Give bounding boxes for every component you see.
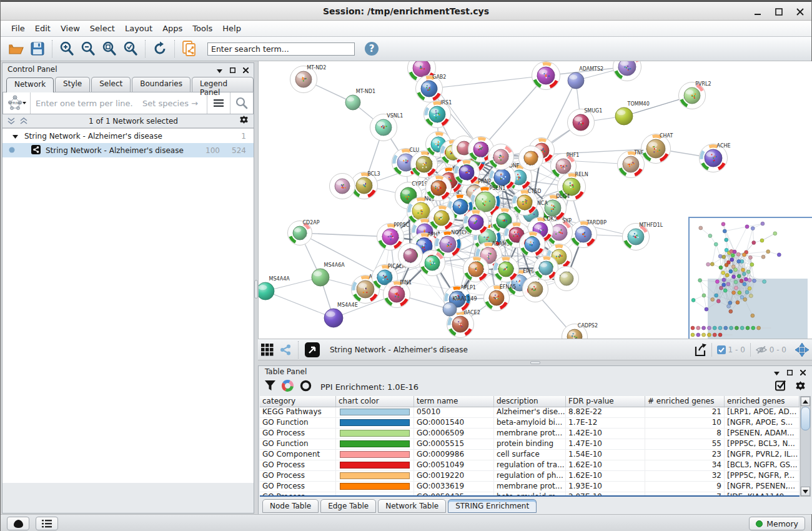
string-import-button[interactable] <box>179 39 200 59</box>
panel-float-icon[interactable] <box>230 64 235 76</box>
column-header--enriched-genes[interactable]: # enriched genes <box>645 396 725 407</box>
save-session-button[interactable] <box>27 39 48 59</box>
string-protein-query-selector[interactable]: STRING <box>3 92 31 114</box>
close-icon[interactable] <box>796 7 804 16</box>
zoom-out-button[interactable] <box>77 39 99 59</box>
panel-splitter-horizontal[interactable] <box>258 360 812 365</box>
table-row[interactable]: GO ProcessGO:0019220regulation of ph...1… <box>260 471 800 482</box>
tab-legend-panel[interactable]: Legend Panel <box>192 77 254 92</box>
column-header-category[interactable]: category <box>260 396 336 407</box>
network-node-bin1[interactable]: BIN1 <box>384 280 412 308</box>
network-collection-row[interactable]: String Network - Alzheimer's disease 1 <box>2 129 254 143</box>
network-node[interactable] <box>613 61 641 81</box>
menu-select[interactable]: Select <box>86 22 119 35</box>
tab-edge-table[interactable]: Edge Table <box>320 499 376 513</box>
network-node-gab2[interactable]: GAB2 <box>416 74 447 102</box>
column-header-description[interactable]: description <box>494 396 566 407</box>
draw-charts-button[interactable] <box>282 380 294 394</box>
menu-apps[interactable]: Apps <box>158 22 187 35</box>
task-history-button[interactable] <box>36 517 58 530</box>
network-node[interactable] <box>493 257 519 282</box>
network-node-cd2ap[interactable]: CD2AP <box>288 220 320 246</box>
panel-float-icon[interactable] <box>787 366 793 378</box>
network-node-cadps2[interactable]: CADPS2 <box>562 323 598 339</box>
menu-layout[interactable]: Layout <box>121 22 157 35</box>
network-node-ache[interactable]: ACHE <box>700 143 731 172</box>
help-button[interactable]: ? <box>361 39 382 59</box>
network-node[interactable] <box>555 267 579 291</box>
search-input[interactable] <box>207 42 355 56</box>
table-row[interactable]: GO ProcessGO:0051049regulation of tra...… <box>260 460 800 471</box>
network-node-tomm40[interactable]: TOMM40 <box>615 101 650 125</box>
table-scrollbar[interactable] <box>800 396 811 497</box>
network-node-vsnl1[interactable]: VSNL1 <box>370 113 404 141</box>
export-network-button[interactable] <box>690 340 711 360</box>
network-edge[interactable] <box>429 76 546 89</box>
network-node[interactable] <box>463 210 489 236</box>
network-node-tnf[interactable]: TNF <box>618 150 645 178</box>
menu-tools[interactable]: Tools <box>188 22 217 35</box>
network-node-adamts2[interactable]: ADAMTS2 <box>568 66 603 89</box>
table-row[interactable]: GO ComponentGO:0009986cell surface1.54E-… <box>260 450 800 460</box>
string-options-button[interactable] <box>207 92 230 114</box>
network-overview-inset[interactable] <box>688 217 812 340</box>
column-header-chart-color[interactable]: chart color <box>336 396 414 407</box>
network-node[interactable] <box>429 206 455 231</box>
panel-close-icon[interactable] <box>800 366 806 378</box>
network-edge[interactable] <box>265 291 334 318</box>
scrollbar-thumb[interactable] <box>801 407 810 430</box>
network-node[interactable] <box>463 257 489 282</box>
zoom-selected-button[interactable] <box>120 39 141 59</box>
tree-expand-icon[interactable] <box>12 132 18 141</box>
selected-checkbox-icon[interactable] <box>717 345 726 354</box>
table-row[interactable]: GO ProcessGO:0006509membrane prot...1.42… <box>260 429 800 439</box>
tab-network[interactable]: Network <box>6 77 54 92</box>
table-row[interactable]: KEGG Pathways05010Alzheimer's dise...8.8… <box>260 407 800 418</box>
network-node-mthfd1l[interactable]: MTHFD1L <box>623 222 663 251</box>
panel-close-icon[interactable] <box>243 64 249 76</box>
panel-menu-icon[interactable] <box>774 366 780 378</box>
minimize-icon[interactable] <box>754 7 761 16</box>
network-node[interactable] <box>330 174 355 199</box>
tab-boundaries[interactable]: Boundaries <box>132 77 191 92</box>
network-node[interactable] <box>454 160 480 186</box>
select-rows-button[interactable] <box>775 380 786 394</box>
expand-all-icon[interactable] <box>20 115 27 127</box>
splitter-grip[interactable] <box>530 361 540 364</box>
string-query-input[interactable]: Enter one term per line. <box>31 99 142 108</box>
table-row[interactable]: GO FunctionGO:0005515protein binding1.47… <box>260 439 800 450</box>
network-node[interactable] <box>426 176 452 201</box>
panel-menu-icon[interactable] <box>217 64 222 76</box>
eye-slash-icon[interactable] <box>756 345 767 354</box>
tab-select[interactable]: Select <box>91 77 131 92</box>
column-header-term-name[interactable]: term name <box>414 396 494 407</box>
network-node[interactable] <box>519 146 543 171</box>
network-edge[interactable] <box>300 233 385 277</box>
grid-view-button[interactable] <box>258 340 277 360</box>
string-web-button[interactable] <box>302 340 322 360</box>
enrichment-table[interactable]: categorychart colorterm namedescriptionF… <box>260 396 800 497</box>
jobs-status-button[interactable] <box>7 517 29 530</box>
menu-help[interactable]: Help <box>218 22 245 35</box>
menu-file[interactable]: File <box>7 22 29 35</box>
menu-edit[interactable]: Edit <box>31 22 55 35</box>
network-node[interactable] <box>532 62 560 90</box>
network-edge[interactable] <box>481 76 546 149</box>
network-node-smug1[interactable]: SMUG1 <box>568 108 603 136</box>
share-network-button[interactable] <box>277 340 294 360</box>
network-row[interactable]: String Network - Alzheimer's disease 100… <box>2 143 254 157</box>
menu-view[interactable]: View <box>56 22 84 35</box>
navigator-button[interactable] <box>791 340 812 360</box>
network-panel-gear-icon[interactable] <box>239 115 249 127</box>
network-node-pvrl2[interactable]: PVRL2 <box>679 81 711 109</box>
network-node[interactable] <box>420 251 445 276</box>
zoom-in-button[interactable] <box>56 39 77 59</box>
filter-enrichment-button[interactable] <box>265 380 275 394</box>
network-node-ms4a4e[interactable]: MS4A4E <box>324 302 358 327</box>
network-node[interactable] <box>520 232 545 257</box>
network-node[interactable] <box>399 244 423 268</box>
network-node[interactable] <box>488 144 514 170</box>
tab-network-table[interactable]: Network Table <box>378 499 446 513</box>
network-node-mt-nd1[interactable]: MT-ND1 <box>345 89 375 110</box>
tab-style[interactable]: Style <box>55 77 90 92</box>
